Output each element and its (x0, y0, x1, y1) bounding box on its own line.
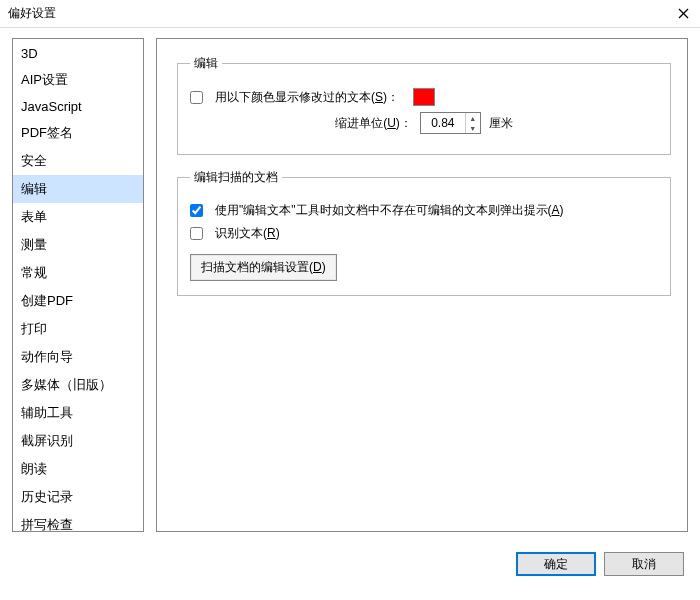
sidebar-item-0[interactable]: 3D (13, 41, 143, 66)
sidebar-item-15[interactable]: 朗读 (13, 455, 143, 483)
row-color-option: 用以下颜色显示修改过的文本(S)： (190, 88, 658, 106)
dialog-body: 3DAIP设置JavaScriptPDF签名安全编辑表单测量常规创建PDF打印动… (0, 28, 700, 540)
sidebar-item-11[interactable]: 动作向导 (13, 343, 143, 371)
sidebar-item-4[interactable]: 安全 (13, 147, 143, 175)
checkbox-show-color[interactable] (190, 91, 203, 104)
close-button[interactable] (666, 0, 700, 27)
sidebar-item-13[interactable]: 辅助工具 (13, 399, 143, 427)
group-editing-legend: 编辑 (190, 55, 222, 72)
spinner: ▲ ▼ (465, 113, 480, 133)
sidebar-item-7[interactable]: 测量 (13, 231, 143, 259)
label-indent-unit: 缩进单位(U)： (335, 115, 412, 132)
window-title: 偏好设置 (8, 5, 56, 22)
cancel-button[interactable]: 取消 (604, 552, 684, 576)
sidebar-item-1[interactable]: AIP设置 (13, 66, 143, 94)
sidebar-item-14[interactable]: 截屏识别 (13, 427, 143, 455)
label-recognize-text: 识别文本(R) (215, 225, 280, 242)
sidebar-item-2[interactable]: JavaScript (13, 94, 143, 119)
title-bar: 偏好设置 (0, 0, 700, 28)
sidebar-item-6[interactable]: 表单 (13, 203, 143, 231)
group-scanned-legend: 编辑扫描的文档 (190, 169, 282, 186)
stepper-up-icon[interactable]: ▲ (466, 113, 480, 123)
stepper-down-icon[interactable]: ▼ (466, 123, 480, 133)
scan-settings-button[interactable]: 扫描文档的编辑设置(D) (190, 254, 337, 281)
dialog-footer: 确定 取消 (0, 540, 700, 588)
sidebar-item-3[interactable]: PDF签名 (13, 119, 143, 147)
sidebar-item-8[interactable]: 常规 (13, 259, 143, 287)
label-show-prompt: 使用"编辑文本"工具时如文档中不存在可编辑的文本则弹出提示(A) (215, 202, 564, 219)
close-icon (678, 8, 689, 19)
label-show-color: 用以下颜色显示修改过的文本(S)： (215, 89, 399, 106)
content-panel: 编辑 用以下颜色显示修改过的文本(S)： 缩进单位(U)： 0.84 ▲ ▼ 厘… (156, 38, 688, 532)
row-opt-prompt: 使用"编辑文本"工具时如文档中不存在可编辑的文本则弹出提示(A) (190, 202, 658, 219)
sidebar-item-10[interactable]: 打印 (13, 315, 143, 343)
category-list[interactable]: 3DAIP设置JavaScriptPDF签名安全编辑表单测量常规创建PDF打印动… (13, 39, 143, 531)
sidebar-item-9[interactable]: 创建PDF (13, 287, 143, 315)
ok-button[interactable]: 确定 (516, 552, 596, 576)
indent-value: 0.84 (421, 116, 465, 130)
sidebar-item-16[interactable]: 历史记录 (13, 483, 143, 511)
indent-stepper[interactable]: 0.84 ▲ ▼ (420, 112, 481, 134)
group-scanned-doc: 编辑扫描的文档 使用"编辑文本"工具时如文档中不存在可编辑的文本则弹出提示(A)… (177, 169, 671, 296)
sidebar: 3DAIP设置JavaScriptPDF签名安全编辑表单测量常规创建PDF打印动… (12, 38, 144, 532)
checkbox-show-prompt[interactable] (190, 204, 203, 217)
sidebar-item-17[interactable]: 拼写检查 (13, 511, 143, 531)
group-editing: 编辑 用以下颜色显示修改过的文本(S)： 缩进单位(U)： 0.84 ▲ ▼ 厘… (177, 55, 671, 155)
row-indent: 缩进单位(U)： 0.84 ▲ ▼ 厘米 (190, 112, 658, 134)
row-opt-recognize: 识别文本(R) (190, 225, 658, 242)
sidebar-item-5[interactable]: 编辑 (13, 175, 143, 203)
indent-unit-suffix: 厘米 (489, 115, 513, 132)
color-swatch[interactable] (413, 88, 435, 106)
checkbox-recognize-text[interactable] (190, 227, 203, 240)
sidebar-item-12[interactable]: 多媒体（旧版） (13, 371, 143, 399)
